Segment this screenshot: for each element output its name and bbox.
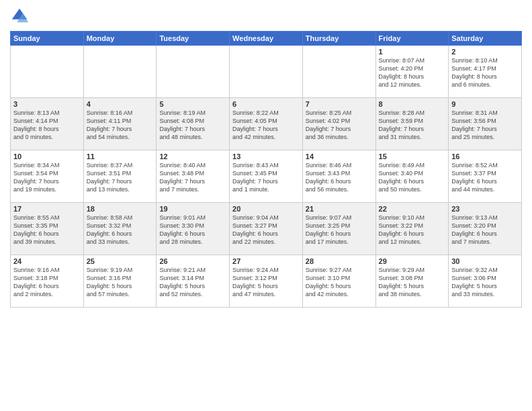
logo-icon [10,7,29,26]
day-info: Sunrise: 9:07 AM Sunset: 3:25 PM Dayligh… [306,214,373,246]
calendar-cell: 10Sunrise: 8:34 AM Sunset: 3:54 PM Dayli… [11,150,84,203]
day-info: Sunrise: 8:19 AM Sunset: 4:08 PM Dayligh… [159,109,226,142]
day-number: 6 [232,100,300,108]
calendar-cell: 24Sunrise: 9:16 AM Sunset: 3:18 PM Dayli… [11,255,84,308]
day-number: 30 [451,257,519,265]
calendar-cell: 29Sunrise: 9:29 AM Sunset: 3:08 PM Dayli… [375,255,449,308]
calendar-cell: 2Sunrise: 8:10 AM Sunset: 4:17 PM Daylig… [449,46,522,98]
day-info: Sunrise: 8:31 AM Sunset: 3:56 PM Dayligh… [451,109,519,142]
day-info: Sunrise: 9:32 AM Sunset: 3:06 PM Dayligh… [451,266,519,299]
calendar-cell: 27Sunrise: 9:24 AM Sunset: 3:12 PM Dayli… [230,255,303,308]
calendar-cell [11,46,84,98]
day-info: Sunrise: 9:24 AM Sunset: 3:12 PM Dayligh… [232,266,300,299]
day-number: 26 [159,257,226,265]
day-number: 20 [232,205,300,213]
day-info: Sunrise: 8:13 AM Sunset: 4:14 PM Dayligh… [13,109,81,142]
day-number: 8 [379,100,446,108]
weekday-header: Sunday [11,32,84,46]
day-info: Sunrise: 9:29 AM Sunset: 3:08 PM Dayligh… [379,266,446,299]
day-number: 18 [87,205,154,213]
day-info: Sunrise: 9:10 AM Sunset: 3:22 PM Dayligh… [379,214,446,246]
day-number: 12 [159,152,226,161]
day-number: 2 [451,48,519,56]
day-number: 15 [379,152,446,161]
calendar-cell: 23Sunrise: 9:13 AM Sunset: 3:20 PM Dayli… [449,203,522,255]
calendar-cell: 8Sunrise: 8:28 AM Sunset: 3:59 PM Daylig… [375,98,449,150]
day-number: 3 [13,100,81,108]
calendar-week-row: 3Sunrise: 8:13 AM Sunset: 4:14 PM Daylig… [11,98,522,150]
day-number: 17 [13,205,81,213]
calendar-cell: 9Sunrise: 8:31 AM Sunset: 3:56 PM Daylig… [449,98,522,150]
day-info: Sunrise: 8:52 AM Sunset: 3:37 PM Dayligh… [451,161,519,194]
calendar-header-row: SundayMondayTuesdayWednesdayThursdayFrid… [11,32,522,46]
day-info: Sunrise: 8:34 AM Sunset: 3:54 PM Dayligh… [13,161,81,194]
day-number: 9 [451,100,519,108]
calendar-cell: 16Sunrise: 8:52 AM Sunset: 3:37 PM Dayli… [449,150,522,203]
day-info: Sunrise: 9:01 AM Sunset: 3:30 PM Dayligh… [159,214,226,246]
calendar-cell [230,46,303,98]
calendar-cell: 12Sunrise: 8:40 AM Sunset: 3:48 PM Dayli… [157,150,230,203]
day-number: 21 [306,205,373,213]
day-number: 14 [306,152,373,161]
day-number: 22 [379,205,446,213]
calendar-cell: 20Sunrise: 9:04 AM Sunset: 3:27 PM Dayli… [230,203,303,255]
day-info: Sunrise: 8:49 AM Sunset: 3:40 PM Dayligh… [379,161,446,194]
day-number: 7 [306,100,373,108]
weekday-header: Friday [375,32,449,46]
calendar-cell [83,46,157,98]
calendar-cell [302,46,375,98]
calendar-cell: 19Sunrise: 9:01 AM Sunset: 3:30 PM Dayli… [157,203,230,255]
calendar-cell: 1Sunrise: 8:07 AM Sunset: 4:20 PM Daylig… [375,46,449,98]
day-info: Sunrise: 8:55 AM Sunset: 3:35 PM Dayligh… [13,214,81,246]
day-info: Sunrise: 8:28 AM Sunset: 3:59 PM Dayligh… [379,109,446,142]
day-info: Sunrise: 9:21 AM Sunset: 3:14 PM Dayligh… [159,266,226,299]
day-info: Sunrise: 8:22 AM Sunset: 4:05 PM Dayligh… [232,109,300,142]
day-number: 1 [379,48,446,56]
calendar-cell: 5Sunrise: 8:19 AM Sunset: 4:08 PM Daylig… [157,98,230,150]
day-info: Sunrise: 8:16 AM Sunset: 4:11 PM Dayligh… [87,109,154,142]
header [10,7,522,26]
weekday-header: Saturday [449,32,522,46]
day-number: 23 [451,205,519,213]
day-number: 10 [13,152,81,161]
weekday-header: Thursday [302,32,375,46]
calendar-cell: 14Sunrise: 8:46 AM Sunset: 3:43 PM Dayli… [302,150,375,203]
day-number: 5 [159,100,226,108]
calendar-cell: 18Sunrise: 8:58 AM Sunset: 3:32 PM Dayli… [83,203,157,255]
day-info: Sunrise: 8:46 AM Sunset: 3:43 PM Dayligh… [306,161,373,194]
calendar-cell: 15Sunrise: 8:49 AM Sunset: 3:40 PM Dayli… [375,150,449,203]
day-number: 28 [306,257,373,265]
calendar-week-row: 1Sunrise: 8:07 AM Sunset: 4:20 PM Daylig… [11,46,522,98]
day-info: Sunrise: 8:25 AM Sunset: 4:02 PM Dayligh… [306,109,373,142]
calendar-cell: 17Sunrise: 8:55 AM Sunset: 3:35 PM Dayli… [11,203,84,255]
day-number: 11 [87,152,154,161]
weekday-header: Wednesday [230,32,303,46]
day-info: Sunrise: 9:04 AM Sunset: 3:27 PM Dayligh… [232,214,300,246]
calendar-week-row: 10Sunrise: 8:34 AM Sunset: 3:54 PM Dayli… [11,150,522,203]
day-info: Sunrise: 9:19 AM Sunset: 3:16 PM Dayligh… [87,266,154,299]
calendar-cell: 25Sunrise: 9:19 AM Sunset: 3:16 PM Dayli… [83,255,157,308]
calendar-cell: 30Sunrise: 9:32 AM Sunset: 3:06 PM Dayli… [449,255,522,308]
calendar-cell: 3Sunrise: 8:13 AM Sunset: 4:14 PM Daylig… [11,98,84,150]
calendar-cell: 21Sunrise: 9:07 AM Sunset: 3:25 PM Dayli… [302,203,375,255]
page: SundayMondayTuesdayWednesdayThursdayFrid… [0,0,532,411]
calendar-cell: 22Sunrise: 9:10 AM Sunset: 3:22 PM Dayli… [375,203,449,255]
calendar-cell: 28Sunrise: 9:27 AM Sunset: 3:10 PM Dayli… [302,255,375,308]
day-number: 25 [87,257,154,265]
day-number: 24 [13,257,81,265]
day-number: 29 [379,257,446,265]
calendar-cell: 11Sunrise: 8:37 AM Sunset: 3:51 PM Dayli… [83,150,157,203]
day-info: Sunrise: 8:10 AM Sunset: 4:17 PM Dayligh… [451,56,519,89]
calendar-week-row: 17Sunrise: 8:55 AM Sunset: 3:35 PM Dayli… [11,203,522,255]
day-number: 4 [87,100,154,108]
day-info: Sunrise: 8:58 AM Sunset: 3:32 PM Dayligh… [87,214,154,246]
day-info: Sunrise: 8:40 AM Sunset: 3:48 PM Dayligh… [159,161,226,194]
day-info: Sunrise: 8:07 AM Sunset: 4:20 PM Dayligh… [379,56,446,89]
day-number: 13 [232,152,300,161]
day-number: 19 [159,205,226,213]
calendar-cell: 13Sunrise: 8:43 AM Sunset: 3:45 PM Dayli… [230,150,303,203]
calendar-cell: 26Sunrise: 9:21 AM Sunset: 3:14 PM Dayli… [157,255,230,308]
day-info: Sunrise: 8:43 AM Sunset: 3:45 PM Dayligh… [232,161,300,194]
calendar-week-row: 24Sunrise: 9:16 AM Sunset: 3:18 PM Dayli… [11,255,522,308]
day-info: Sunrise: 9:16 AM Sunset: 3:18 PM Dayligh… [13,266,81,299]
